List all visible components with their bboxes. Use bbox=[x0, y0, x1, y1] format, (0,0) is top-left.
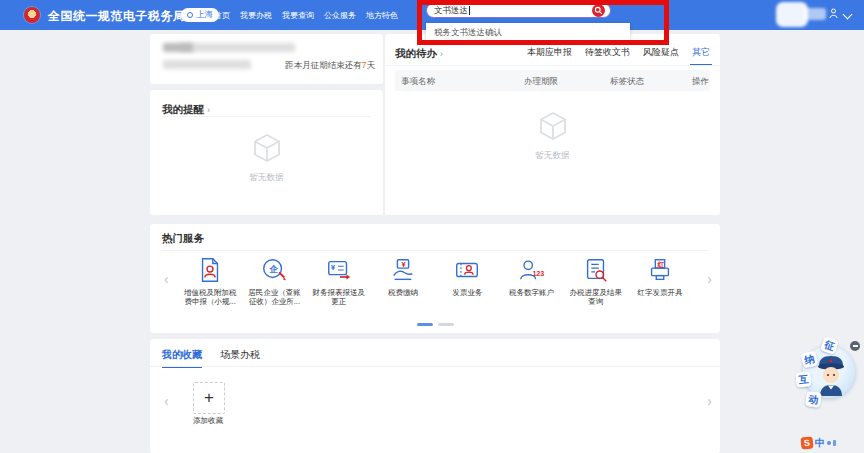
watermark-logo: S 中 bbox=[801, 436, 836, 450]
todo-title-link[interactable]: 我的待办› bbox=[395, 43, 443, 61]
search-text: 文书送达 bbox=[434, 5, 468, 17]
interaction-mascot[interactable]: 征 纳 互 动 bbox=[795, 336, 859, 418]
mascot-char-dong: 动 bbox=[805, 391, 822, 408]
col-tag-status: 标签状态 bbox=[610, 76, 644, 88]
service-item-invoice-business[interactable]: 发票业务 bbox=[435, 256, 499, 306]
service-item-progress-query[interactable]: 办税进度及结果查询 bbox=[564, 256, 628, 306]
watermark-mark-icon bbox=[833, 440, 836, 446]
service-item-tax-payment[interactable]: ¥ 税费缴纳 bbox=[371, 256, 435, 306]
divider bbox=[150, 366, 720, 367]
red-invoice-icon: 红 bbox=[646, 256, 674, 284]
icon-glyph: ¥ bbox=[401, 261, 405, 269]
empty-box-icon bbox=[536, 110, 570, 142]
favorites-prev-button[interactable]: ‹ bbox=[164, 394, 169, 408]
chevron-right-icon: › bbox=[207, 105, 210, 115]
icon-glyph: ¥ bbox=[331, 264, 335, 272]
search-button[interactable] bbox=[592, 4, 605, 17]
location-pin-icon bbox=[187, 12, 193, 18]
todo-title: 我的待办 bbox=[395, 47, 437, 59]
favorites-tabs: 我的收藏 场景办税 bbox=[162, 348, 260, 362]
col-operation: 操作 bbox=[692, 76, 709, 88]
hot-services-title: 热门服务 bbox=[162, 232, 204, 246]
tab-risk-points[interactable]: 风险疑点 bbox=[643, 46, 679, 59]
empty-text: 暂无数据 bbox=[150, 172, 383, 184]
reminders-card: 我的提醒› 暂无数据 bbox=[150, 90, 383, 215]
service-label: 居民企业（查账征收）企业所... bbox=[242, 288, 306, 306]
brand-title: 全国统一规范电子税务局 bbox=[48, 8, 186, 25]
blurred-taxpayer-name-line bbox=[180, 43, 295, 52]
search-suggestion-dropdown: 税务文书送达确认 bbox=[426, 23, 630, 42]
digital-account-icon: 123 bbox=[517, 256, 545, 284]
col-item-name: 事项名称 bbox=[401, 76, 435, 88]
main-nav: 首页 我要办税 我要查询 公众服务 地方特色 bbox=[214, 0, 398, 30]
service-item-resident-enterprise[interactable]: 企 居民企业（查账征收）企业所... bbox=[242, 256, 306, 306]
service-label: 财务报表报送及更正 bbox=[307, 288, 371, 306]
nav-item-inquiry[interactable]: 我要查询 bbox=[282, 10, 314, 21]
reminders-empty-state: 暂无数据 bbox=[150, 132, 383, 184]
nav-item-home[interactable]: 首页 bbox=[214, 10, 230, 21]
nav-item-local-features[interactable]: 地方特色 bbox=[366, 10, 398, 21]
blurred-taxpayer-id bbox=[163, 60, 251, 69]
s-logo-icon: S bbox=[800, 436, 813, 449]
todo-table-header: 事项名称 办理期限 标签状态 操作 bbox=[395, 70, 710, 91]
nav-item-public-services[interactable]: 公众服务 bbox=[324, 10, 356, 21]
service-label: 税务数字账户 bbox=[499, 288, 563, 297]
chevron-right-icon: › bbox=[440, 49, 443, 59]
service-item-digital-account[interactable]: 123 税务数字账户 bbox=[499, 256, 563, 306]
icon-glyph: 企 bbox=[269, 265, 278, 274]
favorites-next-button[interactable]: › bbox=[707, 394, 712, 408]
plus-icon: + bbox=[204, 388, 214, 408]
service-item-financial-report[interactable]: ¥ 财务报表报送及更正 bbox=[307, 256, 371, 306]
add-favorite-label: 添加收藏 bbox=[178, 416, 238, 426]
empty-text: 暂无数据 bbox=[385, 150, 720, 162]
suggestion-item[interactable]: 税务文书送达确认 bbox=[426, 27, 502, 39]
mascot-minimize-button[interactable] bbox=[850, 341, 860, 351]
tab-others[interactable]: 其它 bbox=[692, 46, 710, 59]
tab-my-favorites[interactable]: 我的收藏 bbox=[162, 348, 202, 362]
service-carousel: 增值税及附加税费申报（小规... 企 居民企业（查账征收）企业所... bbox=[178, 256, 692, 306]
location-label: 上海 bbox=[196, 9, 213, 21]
search-input[interactable]: 文书送达 bbox=[426, 3, 611, 18]
watermark-text: 中 bbox=[815, 436, 825, 450]
service-label: 办税进度及结果查询 bbox=[564, 288, 628, 306]
col-deadline: 办理期限 bbox=[524, 76, 558, 88]
divider bbox=[385, 65, 720, 66]
text-cursor bbox=[469, 6, 470, 15]
divider bbox=[162, 116, 371, 117]
carousel-prev-button[interactable]: ‹ bbox=[164, 272, 169, 286]
nav-item-tax-handling[interactable]: 我要办税 bbox=[240, 10, 272, 21]
service-label: 发票业务 bbox=[435, 288, 499, 297]
reminders-title-link[interactable]: 我的提醒› bbox=[162, 99, 210, 117]
empty-box-icon bbox=[250, 132, 284, 164]
service-label: 税费缴纳 bbox=[371, 288, 435, 297]
tab-documents-to-sign[interactable]: 待签收文书 bbox=[585, 46, 630, 59]
deadline-text: 距本月征期结束还有7天 bbox=[285, 60, 375, 72]
todo-empty-state: 暂无数据 bbox=[385, 110, 720, 162]
page: 全国统一规范电子税务局 上海 首页 我要办税 我要查询 公众服务 地方特色 文书… bbox=[0, 0, 864, 453]
dot-active[interactable] bbox=[417, 323, 433, 326]
tab-current-declarations[interactable]: 本期应申报 bbox=[527, 46, 572, 59]
tab-scenario-tax[interactable]: 场景办税 bbox=[220, 348, 260, 362]
progress-query-icon bbox=[582, 256, 610, 284]
service-item-red-invoice[interactable]: 红 红字发票开具 bbox=[628, 256, 692, 306]
service-label: 增值税及附加税费申报（小规... bbox=[178, 288, 242, 306]
chevron-down-icon[interactable] bbox=[843, 10, 853, 20]
user-name-blur bbox=[803, 8, 826, 20]
divider bbox=[162, 250, 708, 251]
minus-icon bbox=[853, 345, 858, 347]
add-favorite-button[interactable]: + bbox=[193, 382, 225, 414]
profile-card: 距本月征期结束还有7天 bbox=[150, 34, 383, 84]
resident-enterprise-icon: 企 bbox=[260, 256, 288, 284]
carousel-next-button[interactable]: › bbox=[707, 272, 712, 286]
watermark-mark-icon bbox=[827, 441, 831, 445]
financial-report-icon: ¥ bbox=[325, 256, 353, 284]
dot[interactable] bbox=[438, 323, 454, 326]
national-emblem-icon bbox=[24, 7, 40, 23]
mascot-char-hu: 互 bbox=[795, 371, 811, 387]
pagination-dots bbox=[150, 323, 720, 326]
service-item-vat-declaration[interactable]: 增值税及附加税费申报（小规... bbox=[178, 256, 242, 306]
todo-tabs: 本期应申报 待签收文书 风险疑点 其它 bbox=[527, 46, 710, 59]
tax-payment-icon: ¥ bbox=[389, 256, 417, 284]
search-icon bbox=[594, 6, 603, 15]
vat-declaration-icon bbox=[196, 256, 224, 284]
